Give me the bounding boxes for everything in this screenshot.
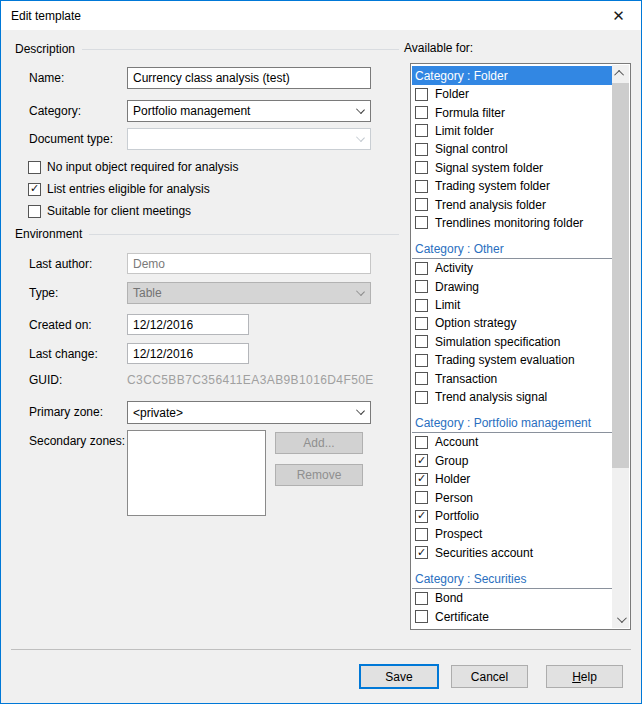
list-item[interactable]: Option strategy: [412, 314, 614, 332]
name-label: Name:: [29, 71, 64, 85]
scrollbar-thumb[interactable]: [612, 83, 629, 468]
primary-zone-select[interactable]: <private>: [127, 401, 371, 424]
list-item[interactable]: Transaction: [412, 369, 614, 387]
checkbox-icon[interactable]: [415, 180, 428, 193]
list-item[interactable]: Drawing: [412, 278, 614, 296]
available-for-listbox[interactable]: Category : FolderFolderFormula filterLim…: [410, 63, 631, 630]
checkbox-icon[interactable]: [415, 436, 428, 449]
list-item[interactable]: Bond: [412, 589, 614, 607]
scrollbar[interactable]: [612, 65, 629, 628]
list-item-label: Trend analysis signal: [435, 390, 547, 404]
checkbox-checked-icon[interactable]: [415, 454, 428, 467]
list-item[interactable]: Holder: [412, 470, 614, 488]
secondary-zones-label: Secondary zones:: [29, 434, 125, 448]
category-header[interactable]: Category : Other: [412, 240, 614, 259]
checkbox-icon[interactable]: [415, 335, 428, 348]
checkbox-icon[interactable]: [415, 106, 428, 119]
checkbox-checked-icon[interactable]: [415, 546, 428, 559]
checkbox-icon[interactable]: [415, 262, 428, 275]
checkbox-row[interactable]: No input object required for analysis: [28, 160, 388, 174]
list-item[interactable]: Activity: [412, 259, 614, 277]
list-item[interactable]: Certificate: [412, 607, 614, 625]
category-header[interactable]: Category : Securities: [412, 570, 614, 589]
save-button[interactable]: Save: [359, 664, 439, 689]
checkbox-icon[interactable]: [415, 161, 428, 174]
list-item-partial[interactable]: [412, 626, 614, 628]
category-header-selected[interactable]: Category : Folder: [412, 66, 614, 85]
list-item[interactable]: Limit: [412, 296, 614, 314]
checkbox-icon[interactable]: [415, 280, 428, 293]
list-item[interactable]: Trendlines monitoring folder: [412, 214, 614, 232]
category-header[interactable]: Category : Portfolio management: [412, 414, 614, 433]
list-item[interactable]: Trading system folder: [412, 177, 614, 195]
list-item[interactable]: Securities account: [412, 544, 614, 562]
checkbox-icon[interactable]: [28, 161, 41, 174]
footer-divider: [11, 649, 631, 650]
cancel-button[interactable]: Cancel: [451, 665, 528, 688]
scroll-up-icon[interactable]: [612, 65, 629, 82]
list-item-label: Limit folder: [435, 124, 494, 138]
last-change-input[interactable]: [127, 343, 249, 364]
list-item-label: Option strategy: [435, 316, 516, 330]
checkbox-checked-icon[interactable]: [415, 510, 428, 523]
list-item[interactable]: Signal control: [412, 140, 614, 158]
checkbox-checked-icon[interactable]: [28, 183, 41, 196]
checkbox-icon[interactable]: [415, 491, 428, 504]
list-item-label: Account: [435, 435, 478, 449]
category-select[interactable]: Portfolio management: [127, 100, 371, 122]
list-item[interactable]: Portfolio: [412, 507, 614, 525]
list-item-label: Transaction: [435, 372, 497, 386]
list-item-label: Group: [435, 454, 468, 468]
created-on-input[interactable]: [127, 314, 249, 335]
list-item[interactable]: Trading system evaluation: [412, 351, 614, 369]
list-item[interactable]: Prospect: [412, 525, 614, 543]
document-type-label: Document type:: [29, 132, 113, 146]
cancel-button-label: Cancel: [471, 670, 508, 684]
checkbox-icon[interactable]: [415, 216, 428, 229]
environment-group-label: Environment: [15, 227, 82, 241]
help-button[interactable]: Help: [546, 665, 623, 688]
checkbox-checked-icon[interactable]: [415, 473, 428, 486]
last-author-input[interactable]: [127, 253, 371, 274]
checkbox-icon[interactable]: [415, 528, 428, 541]
list-item[interactable]: Simulation specification: [412, 333, 614, 351]
list-item[interactable]: Trend analysis signal: [412, 388, 614, 406]
checkbox-icon[interactable]: [28, 205, 41, 218]
guid-label: GUID:: [29, 373, 62, 387]
list-item[interactable]: Limit folder: [412, 122, 614, 140]
list-item[interactable]: Formula filter: [412, 103, 614, 121]
checkbox-icon[interactable]: [415, 317, 428, 330]
list-item[interactable]: Person: [412, 488, 614, 506]
remove-button: Remove: [275, 464, 363, 486]
checkbox-icon[interactable]: [415, 391, 428, 404]
checkbox-row[interactable]: List entries eligible for analysis: [28, 182, 388, 196]
checkbox-icon[interactable]: [415, 610, 428, 623]
close-icon[interactable]: ✕: [596, 1, 641, 30]
checkbox-icon[interactable]: [415, 143, 428, 156]
checkbox-icon[interactable]: [415, 88, 428, 101]
list-item[interactable]: Folder: [412, 85, 614, 103]
checkbox-icon[interactable]: [415, 372, 428, 385]
titlebar: Edit template: [1, 1, 641, 30]
checkbox-icon[interactable]: [415, 299, 428, 312]
list-item[interactable]: Trend analysis folder: [412, 195, 614, 213]
checkbox-icon[interactable]: [415, 354, 428, 367]
created-on-label: Created on:: [29, 318, 92, 332]
description-group-line: [82, 49, 399, 50]
list-item[interactable]: Signal system folder: [412, 159, 614, 177]
list-item-label: Formula filter: [435, 106, 505, 120]
type-select: Table: [127, 282, 371, 304]
list-item-label: Securities account: [435, 546, 533, 560]
name-input[interactable]: [127, 67, 371, 89]
scroll-down-icon[interactable]: [612, 611, 629, 628]
checkbox-icon[interactable]: [415, 198, 428, 211]
list-item[interactable]: Group: [412, 452, 614, 470]
environment-group-line: [89, 234, 399, 235]
help-button-label: elp: [581, 670, 597, 684]
list-item[interactable]: Account: [412, 433, 614, 451]
checkbox-icon[interactable]: [415, 124, 428, 137]
checkbox-row[interactable]: Suitable for client meetings: [28, 204, 388, 218]
checkbox-icon[interactable]: [415, 592, 428, 605]
primary-zone-label: Primary zone:: [29, 405, 103, 419]
secondary-zones-listbox[interactable]: [127, 430, 266, 516]
